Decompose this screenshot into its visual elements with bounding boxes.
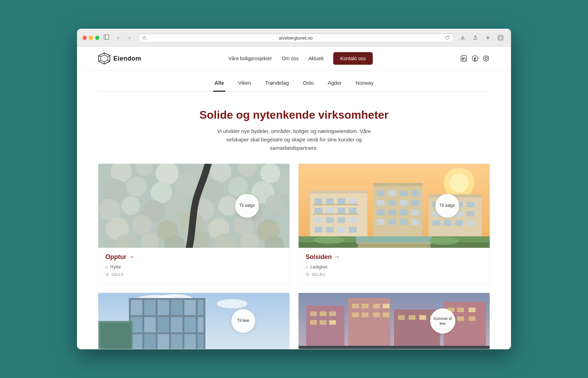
hero-subtitle: Vi utvikler nye bydeler, områder, bolige… [206,127,382,152]
svg-point-32 [151,182,172,203]
svg-rect-83 [336,204,347,205]
website-content: Eiendom Våre boligprosjekter Om oss Aktu… [77,47,511,349]
add-tab-button[interactable] [483,33,493,43]
svg-rect-133 [144,300,156,315]
logo-icon [98,52,111,65]
svg-point-17 [462,57,463,57]
property-type-solsiden: ⌂ Leilighet [306,264,483,270]
svg-rect-95 [377,200,385,206]
contact-us-button[interactable]: Kontakt oss [333,52,373,65]
share-button[interactable] [470,33,480,43]
hero-section: Solide og nytenkende virksomheter Vi utv… [77,92,511,163]
svg-point-45 [265,195,283,213]
svg-rect-171 [383,313,390,317]
svg-rect-181 [469,316,476,321]
forward-button[interactable]: › [125,33,134,43]
svg-rect-92 [388,190,396,196]
property-info-solsiden: Solsiden → ⌂ Leilighet ⊙ SELBU [299,248,490,284]
svg-rect-90 [373,183,423,186]
svg-rect-91 [377,190,385,196]
nav-link-about[interactable]: Om oss [282,56,299,61]
status-badge-building2: Kommer til leie [430,308,455,334]
svg-point-41 [169,194,189,214]
svg-rect-66 [326,198,334,204]
traffic-light-yellow[interactable] [89,36,93,40]
pin-icon-solsiden: ⊙ [306,272,310,277]
svg-rect-120 [467,220,474,225]
svg-rect-147 [171,334,182,349]
nav-links: Våre boligprosjekter Om oss Aktuelt Kont… [228,52,373,65]
property-image-wrapper-building1: Til leie [98,293,289,349]
reload-icon[interactable] [445,35,450,40]
svg-rect-168 [352,313,359,317]
nav-link-projects[interactable]: Våre boligprosjekter [228,56,272,61]
tabs-button[interactable] [496,33,505,43]
traffic-light-green[interactable] [95,36,99,40]
svg-rect-96 [388,200,396,206]
svg-point-21 [488,57,488,57]
property-location-opptur: ⊙ GEILD [105,272,282,277]
svg-rect-86 [324,214,335,215]
svg-point-125 [314,236,344,244]
bottom-property-grid: Til leie [77,293,511,349]
svg-rect-173 [408,315,415,320]
svg-rect-2 [143,37,146,40]
browser-window: ‹ › [77,29,511,349]
svg-rect-16 [462,58,463,60]
navbar: Eiendom Våre boligprosjekter Om oss Aktu… [77,47,511,71]
svg-rect-142 [184,317,196,332]
svg-rect-143 [198,317,203,332]
filter-tab-trondelag[interactable]: Trøndelag [264,76,290,92]
svg-rect-136 [184,300,196,315]
filter-tab-alle[interactable]: Alle [213,76,226,92]
svg-rect-116 [467,211,474,216]
status-badge-opptur: Til salgs [235,194,259,218]
property-card-building1[interactable]: Til leie [98,293,290,349]
social-icons [460,55,490,62]
svg-rect-140 [158,317,169,332]
download-button[interactable] [458,33,468,43]
svg-rect-118 [444,220,451,225]
traffic-light-red[interactable] [83,36,87,40]
svg-point-29 [260,164,280,183]
svg-point-130 [217,299,247,308]
svg-rect-119 [455,220,463,225]
filter-tab-viken[interactable]: Viken [237,76,252,92]
back-button[interactable]: ‹ [113,33,123,43]
svg-rect-182 [299,346,490,349]
instagram-icon[interactable] [482,55,490,62]
property-card-opptur[interactable]: Til salgs Opptur → ⌂ Hytte ⊙ GEILD [98,163,290,284]
logo[interactable]: Eiendom [98,52,141,65]
filter-tab-agder[interactable]: Agder [326,76,343,92]
svg-point-126 [428,237,459,245]
property-card-solsiden[interactable]: Til salgs Solsiden → ⌂ Leilighet ⊙ SELBU [298,163,490,284]
property-image-apartment [299,164,490,248]
svg-point-20 [485,57,487,60]
property-info-opptur: Opptur → ⌂ Hytte ⊙ GEILD [98,248,289,284]
svg-rect-139 [144,317,156,332]
svg-rect-167 [383,304,390,308]
address-bar-input[interactable] [149,35,443,41]
status-badge-solsiden: Til salgs [435,194,459,218]
filter-tab-norway[interactable]: Norway [354,76,375,92]
svg-point-33 [175,173,198,196]
svg-rect-81 [313,204,324,205]
svg-rect-69 [315,208,322,213]
svg-rect-145 [144,334,156,349]
svg-rect-84 [348,204,358,205]
svg-rect-72 [349,208,357,213]
nav-link-news[interactable]: Aktuelt [308,56,323,61]
linkedin-icon[interactable] [460,55,468,62]
facebook-icon[interactable] [471,55,479,62]
sidebar-toggle-button[interactable] [104,34,109,41]
property-title-solsiden: Solsiden → [306,253,483,261]
svg-rect-148 [184,334,196,349]
svg-rect-104 [388,219,396,225]
svg-rect-164 [352,304,359,308]
svg-rect-64 [310,190,368,194]
filter-tab-oslo[interactable]: Oslo [301,76,315,92]
svg-rect-94 [411,190,419,196]
svg-rect-80 [349,227,357,232]
property-card-building2[interactable]: Kommer til leie [298,293,490,349]
svg-rect-97 [400,200,407,206]
